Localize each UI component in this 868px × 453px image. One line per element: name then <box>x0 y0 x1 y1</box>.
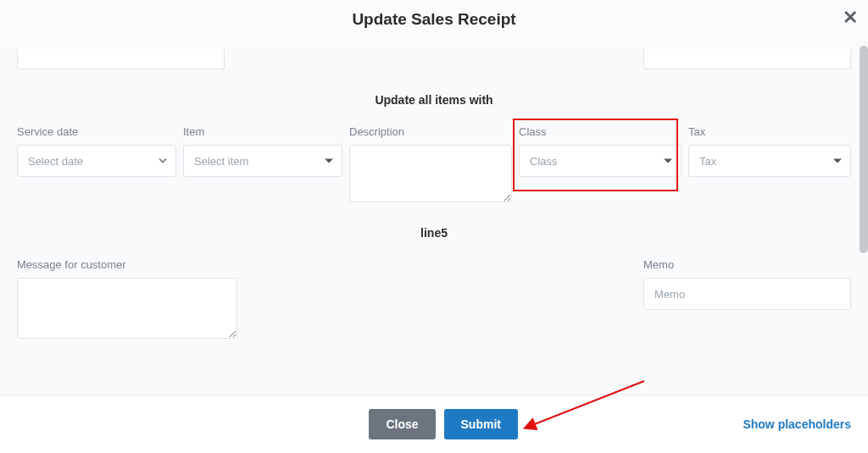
tax-placeholder: Tax <box>699 155 716 168</box>
submit-button[interactable]: Submit <box>444 409 518 439</box>
tax-label: Tax <box>688 125 851 138</box>
truncated-previous-row <box>17 41 851 69</box>
update-items-row: Service date Select date Item Select ite… <box>17 125 851 202</box>
chevron-down-icon <box>159 155 167 168</box>
line5-row: Message for customer Memo <box>17 258 851 342</box>
description-textarea[interactable] <box>349 145 512 202</box>
class-field: Class Class <box>519 125 682 177</box>
section-title-line5: line5 <box>17 226 851 240</box>
caret-down-icon <box>833 159 842 163</box>
modal-footer: Close Submit Show placeholders <box>0 395 868 453</box>
memo-input[interactable] <box>643 278 851 310</box>
service-date-placeholder: Select date <box>28 155 83 168</box>
item-field: Item Select item <box>183 125 342 177</box>
service-date-label: Service date <box>17 125 176 138</box>
tax-field: Tax Tax <box>688 125 851 177</box>
caret-down-icon <box>664 159 672 163</box>
memo-label: Memo <box>643 258 851 271</box>
truncated-field-left <box>17 49 225 69</box>
service-date-select[interactable]: Select date <box>17 145 176 177</box>
message-field: Message for customer <box>17 258 237 342</box>
section-title-update-items: Update all items with <box>17 93 851 107</box>
modal-title: Update Sales Receipt <box>17 10 851 29</box>
footer-buttons: Close Submit <box>144 409 743 439</box>
modal-body: Update all items with Service date Selec… <box>0 41 868 417</box>
message-textarea[interactable] <box>17 278 237 339</box>
close-button[interactable]: Close <box>369 409 435 439</box>
item-label: Item <box>183 125 342 138</box>
message-label: Message for customer <box>17 258 237 271</box>
close-icon[interactable]: ✕ <box>843 8 858 27</box>
item-select[interactable]: Select item <box>183 145 342 177</box>
update-sales-receipt-modal: Update Sales Receipt ✕ Update all items … <box>0 0 868 453</box>
memo-field: Memo <box>643 258 851 310</box>
description-label: Description <box>349 125 512 138</box>
service-date-field: Service date Select date <box>17 125 176 177</box>
class-placeholder: Class <box>530 155 558 168</box>
class-label: Class <box>519 125 682 138</box>
show-placeholders-link[interactable]: Show placeholders <box>743 417 851 431</box>
description-field: Description <box>349 125 512 202</box>
modal-header: Update Sales Receipt ✕ <box>0 0 868 41</box>
scrollbar-thumb[interactable] <box>860 46 868 253</box>
truncated-field-right <box>643 49 851 69</box>
class-select[interactable]: Class <box>519 145 682 177</box>
caret-down-icon <box>325 159 333 163</box>
item-placeholder: Select item <box>194 155 248 168</box>
tax-select[interactable]: Tax <box>688 145 851 177</box>
